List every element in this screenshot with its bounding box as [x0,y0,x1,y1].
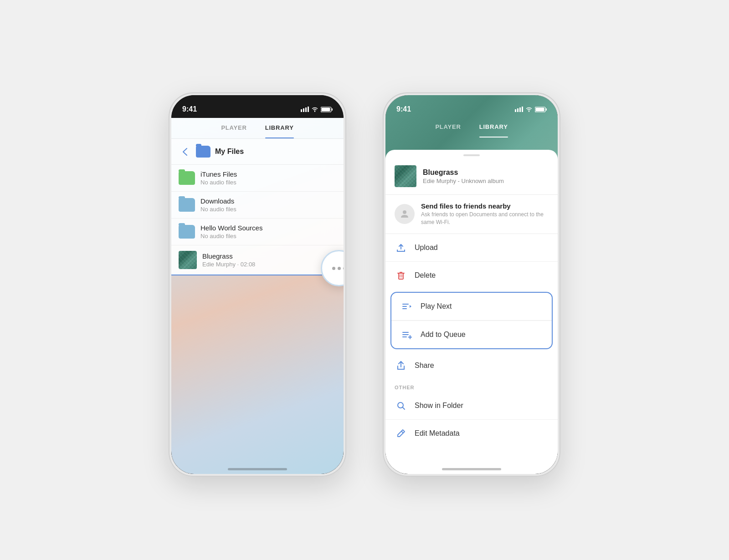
add-to-queue-button[interactable]: Add to Queue [391,321,552,348]
play-next-button[interactable]: Play Next [391,293,552,321]
left-phone: 9:41 [169,92,346,477]
upload-label: Upload [415,244,438,252]
edit-icon [395,427,407,440]
edit-metadata-button[interactable]: Edit Metadata [385,419,558,447]
breadcrumb-title: My Files [215,148,244,156]
list-item[interactable]: Bluegrass Edie Murphy · 02:08 [171,245,344,275]
left-tab-bar: PLAYER LIBRARY [171,118,344,139]
right-home-bar [442,468,501,470]
svg-rect-0 [301,109,302,112]
song-album-art [395,165,416,187]
send-subtitle: Ask friends to open Documents and connec… [421,211,549,226]
album-thumbnail [179,251,197,269]
svg-rect-13 [536,107,544,111]
highlighted-section: Play Next [390,292,553,349]
svg-rect-7 [515,109,516,112]
avatar-icon [395,204,415,224]
context-panel: Bluegrass Edie Murphy - Unknown album [385,150,558,461]
file-sub: No audio files [200,206,336,213]
status-time: 9:41 [182,105,197,113]
send-friends-info: Send files to friends nearby Ask friends… [421,202,549,226]
show-folder-label: Show in Folder [415,402,463,410]
highlighted-container: Play Next [385,289,558,352]
svg-line-25 [403,407,405,409]
svg-rect-5 [332,108,333,111]
right-status-icons [515,107,547,112]
delete-label: Delete [415,271,436,280]
svg-line-26 [401,431,403,433]
svg-rect-3 [308,107,309,112]
share-button[interactable]: Share [385,352,558,379]
right-status-bar: 9:41 [385,95,558,118]
home-bar [228,468,287,470]
show-in-folder-button[interactable]: Show in Folder [385,392,558,419]
list-item[interactable]: Downloads No audio files [171,192,344,219]
svg-rect-6 [322,107,330,111]
drag-handle [463,154,480,156]
share-icon [395,359,407,372]
show-folder-icon [395,399,407,412]
right-phone: 9:41 PLAYER LIBRARY [383,92,560,477]
edit-metadata-label: Edit Metadata [415,429,460,438]
tab-player[interactable]: PLAYER [221,124,246,134]
song-header: Bluegrass Edie Murphy - Unknown album [385,160,558,195]
play-next-label: Play Next [421,302,452,311]
dots-icon [332,267,344,270]
file-name: iTunes Files [200,170,336,178]
svg-rect-2 [305,107,307,112]
list-item[interactable]: iTunes Files No audio files [171,165,344,192]
svg-rect-12 [546,108,547,111]
file-info: iTunes Files No audio files [200,170,336,186]
file-name: Hello World Sources [200,224,336,232]
status-icons [301,107,333,112]
file-info: Hello World Sources No audio files [200,224,336,239]
song-info: Bluegrass Edie Murphy - Unknown album [423,168,504,184]
list-item[interactable]: Hello World Sources No audio files [171,219,344,245]
send-friends-row[interactable]: Send files to friends nearby Ask friends… [385,195,558,234]
folder-green-icon [179,171,195,185]
right-screen: 9:41 PLAYER LIBRARY [385,95,558,474]
right-tab-library[interactable]: LIBRARY [479,123,508,133]
add-queue-icon [400,328,413,341]
svg-rect-1 [303,108,304,112]
send-title: Send files to friends nearby [421,202,549,210]
play-next-icon [400,300,413,313]
upload-button[interactable]: Upload [385,234,558,261]
right-status-time: 9:41 [396,105,411,113]
share-label: Share [415,361,434,370]
back-button[interactable] [179,145,191,158]
folder-blue-icon [179,198,195,212]
scene: 9:41 [0,0,729,560]
file-sub: No audio files [200,179,336,186]
signal-icon [301,107,309,112]
right-tab-player[interactable]: PLAYER [435,123,461,133]
svg-rect-9 [519,107,521,112]
file-info: Downloads No audio files [200,197,336,213]
file-info: Bluegrass Edie Murphy · 02:08 [202,252,336,268]
left-status-bar: 9:41 [171,95,344,118]
folder-icon-purple [196,146,210,158]
right-tab-bar: PLAYER LIBRARY [385,118,558,137]
file-name: Bluegrass [202,252,336,260]
other-section-label: OTHER [385,379,558,392]
svg-point-14 [403,210,406,214]
battery-icon [321,107,333,112]
tab-library[interactable]: LIBRARY [265,124,294,134]
song-title: Bluegrass [423,168,504,177]
svg-rect-15 [399,273,403,279]
delete-button[interactable]: Delete [385,261,558,289]
add-queue-label: Add to Queue [421,331,466,339]
song-artist: Edie Murphy - Unknown album [423,178,504,184]
delete-icon [395,269,407,282]
svg-rect-8 [517,108,519,112]
upload-icon [395,241,407,254]
svg-rect-10 [522,107,523,112]
file-name: Downloads [200,197,336,205]
breadcrumb: My Files [171,139,344,165]
file-list: My Files iTunes Files No audio files [171,139,344,275]
file-sub: No audio files [200,233,336,239]
folder-blue-icon [179,225,195,239]
wifi-icon [311,107,318,112]
file-sub: Edie Murphy · 02:08 [202,261,336,268]
